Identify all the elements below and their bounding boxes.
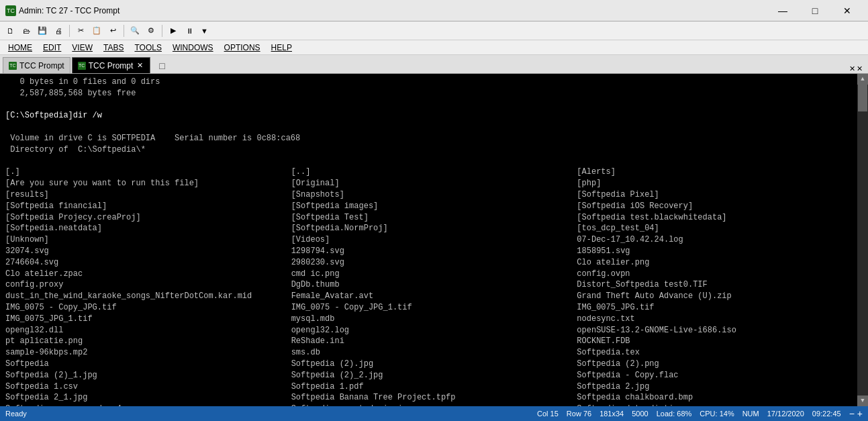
dir-entry: Softpedia: [5, 359, 291, 370]
dir-entry: [.]: [5, 167, 291, 178]
window-title: Admin: TC 27 - TCC Prompt: [19, 6, 119, 15]
maximize-button[interactable]: □: [800, 1, 830, 21]
status-cpu: CPU: 14%: [700, 410, 734, 418]
dir-entry: [php]: [577, 178, 863, 189]
dir-col-2: [..][Original][Snapshots][Softpedia imag…: [291, 167, 577, 406]
dir-entry: 2980230.svg: [291, 257, 577, 269]
dir-entry: [Softpedia financial]: [5, 201, 291, 212]
toolbar: 🗋 🗁 💾 🖨 ✂ 📋 ↩ 🔍 ⚙ ▶ ⏸ ▼: [0, 21, 868, 40]
dir-entry: 07-Dec-17_10.42.24.log: [577, 234, 863, 246]
copy-button[interactable]: 📋: [89, 24, 104, 38]
settings-button[interactable]: ⚙: [144, 24, 158, 38]
app-icon: TC: [5, 5, 16, 16]
dir-entry: [Softpedia Test]: [291, 212, 577, 224]
scroll-thumb[interactable]: [858, 85, 867, 111]
dir-entry: Softpedia (2).png: [577, 359, 863, 370]
dir-entry: sms.db: [291, 347, 577, 359]
menu-edit[interactable]: EDIT: [38, 42, 66, 54]
dir-entry: 1298794.svg: [291, 246, 577, 257]
menu-view[interactable]: VIEW: [66, 42, 98, 54]
dir-entry: Softpedia data dictionary.csv: [577, 404, 863, 406]
new-tab-button[interactable]: □: [154, 58, 169, 73]
search-button[interactable]: 🔍: [128, 24, 142, 38]
dir-entry: Softpedia (2)_1.jpg: [5, 370, 291, 381]
dir-entry: nodesync.txt: [577, 314, 863, 325]
cut-button[interactable]: ✂: [73, 24, 88, 38]
dir-entry: [Unknown]: [5, 234, 291, 246]
tab-1-label: TCC Prompt: [19, 61, 64, 71]
dir-entry: Softpedia (2).jpg: [291, 359, 577, 370]
dir-entry: [..]: [291, 167, 577, 178]
toolbar-sep-3: [162, 25, 162, 37]
close-all-tabs[interactable]: ✕ ✕: [847, 64, 865, 73]
terminal-line-4: [C:\Softpedia]dir /w: [5, 110, 863, 122]
dir-entry: Softpedia - Copy.flac: [577, 370, 863, 381]
dir-entry: IMG_0075 - Copy_JPG.tif: [5, 302, 291, 314]
tab-2-label: TCC Prompt: [89, 61, 134, 71]
status-size: 181x34: [599, 410, 624, 418]
title-bar-controls: — □ ✕: [767, 1, 863, 21]
status-date: 17/12/2020: [767, 410, 804, 418]
pause-button[interactable]: ⏸: [182, 24, 197, 38]
tab-2[interactable]: TC TCC Prompt ✕: [72, 57, 151, 73]
scroll-down-button[interactable]: ▼: [857, 395, 868, 406]
close-button[interactable]: ✕: [832, 1, 863, 21]
tab-2-close[interactable]: ✕: [136, 61, 144, 70]
dir-entry: Clo atelier.png: [577, 257, 863, 269]
dir-entry: [tos_dcp_test_04]: [577, 223, 863, 234]
zoom-minus-button[interactable]: −: [849, 408, 855, 419]
dir-entry: [Original]: [291, 178, 577, 189]
dir-entry: 1858951.svg: [577, 246, 863, 257]
open-button[interactable]: 🗁: [19, 24, 34, 38]
dir-entry: mysql.mdb: [291, 314, 577, 325]
dir-entry: Softpedia Banana Tree Project.tpfp: [291, 392, 577, 404]
menu-help[interactable]: HELP: [266, 42, 297, 54]
menu-home[interactable]: HOME: [3, 42, 38, 54]
status-right: Col 15 Row 76 181x34 5000 Load: 68% CPU:…: [537, 408, 863, 419]
dir-entry: IMG_0075_JPG_1.tif: [5, 314, 291, 325]
undo-button[interactable]: ↩: [105, 24, 120, 38]
status-load: Load: 68%: [657, 410, 692, 418]
scroll-track: [858, 85, 867, 395]
menu-bar: HOME EDIT VIEW TABS TOOLS WINDOWS OPTION…: [0, 40, 868, 55]
toolbar-sep-2: [124, 25, 124, 37]
dir-entry: cmd ic.png: [291, 269, 577, 280]
menu-options[interactable]: OPTIONS: [219, 42, 266, 54]
zoom-plus-button[interactable]: +: [857, 408, 863, 419]
title-bar-left: TC Admin: TC 27 - TCC Prompt: [5, 5, 119, 16]
terminal-scrollbar[interactable]: ▲ ▼: [857, 74, 868, 406]
print-button[interactable]: 🖨: [51, 24, 66, 38]
scroll-up-button[interactable]: ▲: [857, 74, 868, 85]
menu-tools[interactable]: TOOLS: [129, 42, 166, 54]
dir-entry: opengl32.dll: [5, 325, 291, 336]
dir-col-1: [.][Are you sure you want to run this fi…: [5, 167, 291, 406]
dir-entry: IMG_0075 - Copy_JPG_1.tif: [291, 302, 577, 314]
terminal-line-3: [5, 99, 863, 111]
minimize-button[interactable]: —: [767, 1, 798, 21]
dir-entry: [Softpedia.neatdata]: [5, 223, 291, 234]
dir-col-3: [Alerts][php][Softpedia Pixel][Softpedia…: [577, 167, 863, 406]
menu-tabs[interactable]: TABS: [98, 42, 129, 54]
dir-entry: [results]: [5, 189, 291, 201]
tab-1-icon: TC: [9, 62, 17, 70]
terminal[interactable]: 0 bytes in 0 files and 0 dirs 2,587,885,…: [0, 74, 868, 406]
terminal-line-2: 2,587,885,568 bytes free: [5, 88, 863, 99]
menu-windows[interactable]: WINDOWS: [167, 42, 219, 54]
dir-entry: [Alerts]: [577, 167, 863, 178]
dir-entry: sample-96kbps.mp2: [5, 347, 291, 359]
dir-entry: Softpedia compressed.mp4: [5, 404, 291, 406]
run-button[interactable]: ▶: [166, 24, 181, 38]
status-zoom: − +: [849, 408, 863, 419]
tab-1[interactable]: TC TCC Prompt: [3, 57, 70, 73]
dir-entry: [Are you sure you want to run this file]: [5, 178, 291, 189]
dir-entry: config.proxy: [5, 279, 291, 291]
dir-entry: [Softpedia iOS Recovery]: [577, 201, 863, 212]
status-time: 09:22:45: [812, 410, 841, 418]
dir-entry: Softpedia 1.pdf: [291, 381, 577, 393]
new-button[interactable]: 🗋: [3, 24, 17, 38]
toolbar-sep-1: [69, 25, 70, 37]
dropdown-button[interactable]: ▼: [198, 26, 211, 36]
dir-entry: Distort_Softpedia test0.TIF: [577, 279, 863, 291]
save-button[interactable]: 💾: [35, 24, 50, 38]
dir-entry: 2746604.svg: [5, 257, 291, 269]
